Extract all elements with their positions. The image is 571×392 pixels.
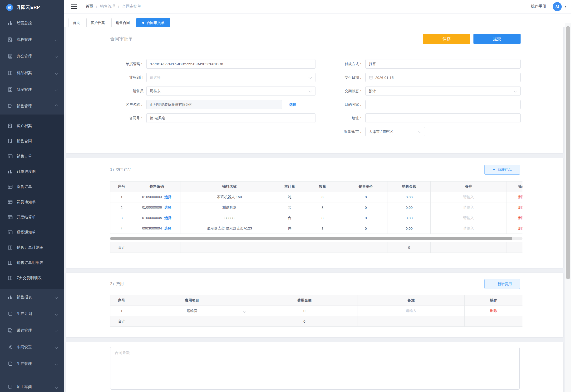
delete-row-link[interactable]: 删除 <box>490 308 497 313</box>
unit-price-cell[interactable]: 0 <box>344 223 388 234</box>
sidebar-item-rd-mgmt[interactable]: 研发管理 <box>0 81 64 98</box>
quantity-cell[interactable]: 8 <box>301 213 344 223</box>
salesperson-select[interactable]: 周桂东 <box>146 86 316 96</box>
unit-price-cell[interactable]: 0 <box>344 213 388 223</box>
sidebar-item-material-files[interactable]: 料品档案 <box>0 65 64 81</box>
contract-no-input[interactable]: 第 电风扇 <box>146 113 316 123</box>
delete-row-link[interactable]: 删除 <box>518 195 523 199</box>
unit-price-cell[interactable]: 0 <box>344 202 388 213</box>
fees-header-row: 序号费用项目费用金额备注操作 <box>110 295 523 306</box>
sidebar-item-order-progress[interactable]: 订单进度图 <box>0 164 64 179</box>
page-tab[interactable]: 首页 <box>69 18 84 27</box>
remark-cell[interactable]: 请输入 <box>358 306 465 316</box>
sidebar-item-office-mgmt[interactable]: 办公管理 <box>0 48 64 65</box>
products-table-wrapper: 序号物料编码物料名称主计量数量销售单价销售金额备注操作10105000003选择… <box>110 181 523 234</box>
remark-cell[interactable]: 请输入 <box>431 223 507 234</box>
sidebar-item-stock-order[interactable]: 备货订单 <box>0 179 64 194</box>
breadcrumb-item[interactable]: 销售管理 <box>100 4 115 9</box>
sidebar-item-shipping-notice[interactable]: 发货通知单 <box>0 194 64 210</box>
amount-cell: 0.00 <box>388 223 431 234</box>
pages-icon <box>8 311 13 316</box>
quantity-cell[interactable]: 8 <box>301 223 344 234</box>
add-product-button[interactable]: + 新增产品 <box>484 165 520 175</box>
vertical-scrollbar-thumb[interactable] <box>566 26 570 279</box>
empty-cell <box>181 242 278 253</box>
submit-button[interactable]: 提交 <box>473 34 521 44</box>
province-city-select[interactable]: 天津市 / 市辖区 <box>365 127 425 136</box>
action-cell: 删除 <box>507 202 523 213</box>
chevron-down-icon <box>55 71 58 75</box>
sidebar-item-process-mgmt[interactable]: 流程管理 <box>0 31 64 48</box>
top-header: 首页/销售管理/合同审批单 操作手册 M ▾ <box>64 0 571 13</box>
select-material-link[interactable]: 选择 <box>165 205 172 209</box>
page-tab[interactable]: 销售合同 <box>111 18 134 27</box>
sidebar-submenu: 客户档案销售合同销售订单订单进度图备货订单发货通知单开票结算单退货通知单销售订单… <box>0 114 64 289</box>
operation-manual-link[interactable]: 操作手册 <box>531 4 546 9</box>
sidebar-item-workshop-settings[interactable]: 车间设置 <box>0 339 64 355</box>
sidebar-item-sales-order-plan[interactable]: 销售订单计划表 <box>0 240 64 255</box>
sidebar-item-dashboard[interactable]: 经营总控 <box>0 15 64 31</box>
delete-row-link[interactable]: 删除 <box>518 205 523 209</box>
customer-name-select-link[interactable]: 选择 <box>289 102 296 107</box>
products-total-wrapper: 合计0 <box>110 242 523 253</box>
sales-products-panel: 1）销售产品 + 新增产品 序号物料编码物料名称主计量数量销售单价销售金额备注操… <box>66 158 563 268</box>
business-dept-select[interactable]: 请选择 <box>146 73 316 82</box>
column-header: 序号 <box>110 182 133 192</box>
remark-cell[interactable]: 请输入 <box>431 213 507 223</box>
sidebar-item-invoice-settlement[interactable]: 开票结算单 <box>0 210 64 225</box>
user-menu-caret-icon[interactable]: ▾ <box>565 5 566 8</box>
page-tab[interactable]: 合同审批单 <box>136 18 170 27</box>
delivery-date-input[interactable]: 2026-01-15 <box>365 73 521 82</box>
add-product-label: 新增产品 <box>497 168 512 172</box>
select-material-link[interactable]: 选择 <box>165 216 172 220</box>
sidebar-item-label: 车间设置 <box>17 345 32 350</box>
remark-cell[interactable]: 请输入 <box>431 202 507 213</box>
sidebar-item-customer-files[interactable]: 客户档案 <box>0 118 64 134</box>
sidebar-item-production-plan[interactable]: 生产计划 <box>0 306 64 322</box>
horizontal-scrollbar-track <box>110 237 523 240</box>
sidebar-item-sales-order-detail[interactable]: 销售订单明细表 <box>0 255 64 270</box>
payment-method-input[interactable]: 打算 <box>365 59 521 69</box>
sidebar-item-sales-mgmt[interactable]: 销售管理 <box>0 98 64 114</box>
fee-amount-cell[interactable]: 0 <box>251 306 358 316</box>
contract-terms-textarea[interactable] <box>110 347 520 390</box>
user-avatar[interactable]: M <box>553 2 562 11</box>
column-header: 销售单价 <box>344 182 388 192</box>
sidebar-item-purchase-mgmt[interactable]: 采购管理 <box>0 322 64 339</box>
destination-country-input[interactable] <box>365 100 521 109</box>
business-dept-label: 业务部门 <box>110 75 143 80</box>
document-code-input[interactable]: 9770CA17-3497-4DB2-995E-B49E9CF61BD8 <box>146 59 316 69</box>
address-input[interactable] <box>365 113 521 123</box>
quantity-cell[interactable]: 8 <box>301 202 344 213</box>
page-tab-label: 客户档案 <box>91 21 105 25</box>
chevron-down-icon <box>514 89 517 92</box>
sidebar-item-production-mgmt[interactable]: 生产管理 <box>0 355 64 372</box>
horizontal-scrollbar-thumb[interactable] <box>110 237 512 240</box>
sidebar-item-delivery-7day-detail[interactable]: 7天交货明细表 <box>0 270 64 286</box>
sidebar-item-label: 销售订单 <box>17 154 32 159</box>
column-header: 主计量 <box>278 182 301 192</box>
row-index-cell: 1 <box>110 192 133 202</box>
delete-row-link[interactable]: 删除 <box>518 226 523 230</box>
delete-row-link[interactable]: 删除 <box>518 216 523 220</box>
quantity-cell[interactable]: 8 <box>301 192 344 202</box>
delivery-status-select[interactable]: 预计 <box>365 86 521 96</box>
breadcrumb-item[interactable]: 首页 <box>86 4 93 9</box>
select-material-link[interactable]: 选择 <box>165 195 172 199</box>
sidebar-item-sales-contract[interactable]: 销售合同 <box>0 134 64 149</box>
sidebar-item-processing-workshop[interactable]: 加工车间 <box>0 379 64 392</box>
select-material-link[interactable]: 选择 <box>165 226 172 230</box>
sidebar-item-sales-report[interactable]: 销售报表 <box>0 289 64 306</box>
fee-item-select[interactable]: 运输费 <box>133 306 251 316</box>
remark-cell[interactable]: 请输入 <box>431 192 507 202</box>
sidebar-item-sales-order[interactable]: 销售订单 <box>0 149 64 164</box>
save-button[interactable]: 保存 <box>423 34 470 44</box>
add-fee-button[interactable]: + 新增费用 <box>484 279 520 289</box>
collapse-menu-icon[interactable] <box>71 4 77 10</box>
page-tab[interactable]: 客户档案 <box>86 18 109 27</box>
unit-price-cell[interactable]: 0 <box>344 192 388 202</box>
breadcrumb-item[interactable]: 合同审批单 <box>122 4 141 9</box>
products-total-row: 合计0 <box>110 242 523 253</box>
sidebar-item-return-notice[interactable]: 退货通知单 <box>0 225 64 240</box>
column-header: 操作 <box>465 295 523 306</box>
